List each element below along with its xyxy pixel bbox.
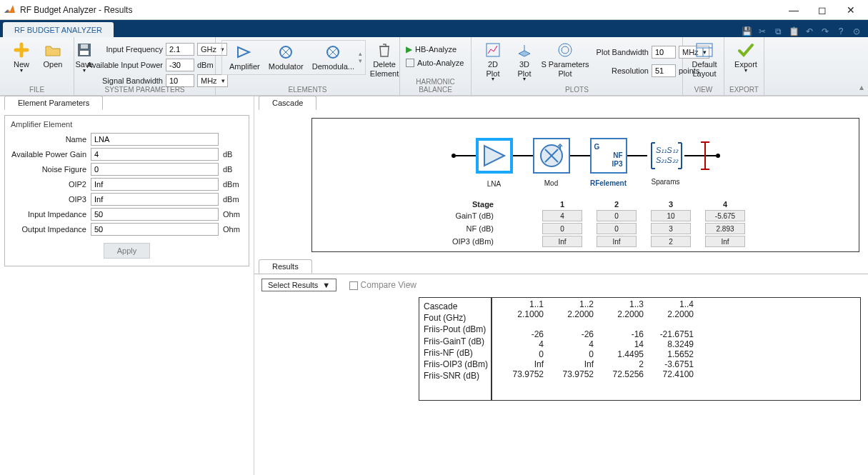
ribbon-tab-main[interactable]: RF BUDGET ANALYZER <box>3 22 114 37</box>
hb-analyze-button[interactable]: ▶ HB-Analyze <box>406 44 457 54</box>
zin-unit: Ohm <box>219 210 243 219</box>
group-elements: ELEMENTS <box>216 86 399 94</box>
oip3-field[interactable] <box>91 193 219 206</box>
sparam-icon <box>557 41 574 59</box>
demodulator-icon <box>324 44 341 61</box>
export-button[interactable]: Export▾ <box>730 40 762 72</box>
cell: Inf <box>547 359 597 369</box>
qat-cut-icon[interactable]: ✂ <box>757 26 768 37</box>
tab-cascade[interactable]: Cascade <box>259 96 316 110</box>
output-port <box>704 141 706 170</box>
panel-title: Amplifier Element <box>11 120 243 129</box>
cell: 0 <box>497 349 547 359</box>
signal-bw-label: Signal Bandwidth <box>80 76 163 85</box>
new-icon <box>13 41 30 59</box>
qat-undo-icon[interactable]: ↶ <box>804 26 815 37</box>
cell: 8.3249 <box>647 339 697 349</box>
stage-col: 4 <box>705 200 745 209</box>
nf-field[interactable] <box>91 163 219 176</box>
svg-rect-5 <box>487 44 499 56</box>
cell: 14 <box>597 339 647 349</box>
qat-paste-icon[interactable]: 📋 <box>788 26 799 37</box>
maximize-button[interactable]: ◻ <box>808 0 837 20</box>
cell: 73.9752 <box>547 369 597 379</box>
select-results-button[interactable]: Select Results▼ <box>261 279 336 291</box>
cell: 1.4495 <box>597 349 647 359</box>
resolution-field[interactable] <box>652 64 676 77</box>
gain-field[interactable] <box>91 148 219 161</box>
cell: 73.9752 <box>497 369 547 379</box>
collapse-ribbon-icon[interactable]: ▴ <box>859 82 864 92</box>
group-harmonic-balance: HARMONIC BALANCE <box>400 78 471 94</box>
col-header: 1..4 <box>647 299 697 309</box>
qat-save-icon[interactable]: 💾 <box>741 26 752 37</box>
cell: -26 <box>547 329 597 339</box>
avail-power-field[interactable] <box>166 59 194 71</box>
minimize-button[interactable]: — <box>779 0 808 20</box>
input-freq-label: Input Frequency <box>80 45 163 54</box>
node-lna[interactable]: LNA <box>476 138 513 174</box>
add-amplifier-button[interactable]: Amplifier <box>225 42 264 73</box>
row-header: Friis-SNR (dB) <box>424 370 491 381</box>
cell: 4 <box>542 210 582 221</box>
qat-copy-icon[interactable]: ⧉ <box>772 26 784 37</box>
svg-point-6 <box>559 44 572 56</box>
add-demodulator-button[interactable]: Demodula... <box>308 42 359 73</box>
cell: -21.6751 <box>647 329 697 339</box>
oip2-field[interactable] <box>91 178 219 191</box>
row-header: Friis-OIP3 (dBm) <box>424 359 491 370</box>
cell: -16 <box>597 329 647 339</box>
close-button[interactable]: ✕ <box>837 0 865 20</box>
tab-element-parameters[interactable]: Element Parameters <box>4 96 103 110</box>
cell: 2 <box>597 359 647 369</box>
cell: -5.675 <box>705 210 745 221</box>
plot-3d-button[interactable]: 3D Plot▾ <box>509 40 540 81</box>
node-rfelement[interactable]: GNFIP3 RFelement <box>590 138 627 174</box>
apply-button[interactable]: Apply <box>104 243 151 259</box>
layout-icon <box>696 41 713 59</box>
sparam-plot-button[interactable]: S Parameters Plot <box>540 40 590 79</box>
row-header: Friis-Pout (dBm) <box>424 324 491 335</box>
cascade-diagram[interactable]: LNA Mod GNFIP3 RFelement S₁₁S₁₂S₂₁S₂₂ <box>318 127 853 184</box>
folder-open-icon <box>44 41 61 59</box>
cell: 1.5652 <box>647 349 697 359</box>
oip3-row-label: OIP3 (dBm) <box>318 237 504 246</box>
group-system-parameters: SYSTEM PARAMETERS <box>74 86 215 94</box>
tab-results[interactable]: Results <box>259 259 312 274</box>
svg-text:S₁₁S₁₂: S₁₁S₁₂ <box>656 146 679 154</box>
add-modulator-button[interactable]: Modulator <box>264 42 308 73</box>
cell: Inf <box>542 236 582 247</box>
delete-element-button[interactable]: Delete Element <box>369 40 400 79</box>
plot-2d-button[interactable]: 2D Plot▾ <box>477 40 509 81</box>
input-freq-field[interactable] <box>166 43 194 56</box>
plot-2d-icon <box>484 41 502 59</box>
plot-bw-field[interactable] <box>652 46 676 59</box>
name-field[interactable] <box>91 133 219 146</box>
auto-analyze-checkbox[interactable]: Auto-Analyze <box>406 59 464 67</box>
node-mod[interactable]: Mod <box>533 138 570 174</box>
open-button[interactable]: Open <box>37 40 69 71</box>
node-label: RFelement <box>580 179 637 188</box>
cell: 10 <box>651 210 691 221</box>
cell: 0 <box>547 349 597 359</box>
compare-view-checkbox[interactable]: Compare View <box>349 280 416 290</box>
qat-redo-icon[interactable]: ↷ <box>819 26 831 37</box>
oip3-unit: dBm <box>219 195 243 204</box>
cell: 72.5256 <box>597 369 647 379</box>
svg-text:S₂₁S₂₂: S₂₁S₂₂ <box>656 156 679 164</box>
new-button[interactable]: New▾ <box>6 40 37 72</box>
group-plots: PLOTS <box>472 86 682 94</box>
cell: -26 <box>497 329 547 339</box>
col-header: 1..3 <box>597 299 647 309</box>
gaint-label: GainT (dB) <box>318 211 504 220</box>
qat-more-icon[interactable]: ⊙ <box>851 26 862 37</box>
default-layout-button[interactable]: Default Layout <box>689 40 720 79</box>
qat-help-icon[interactable]: ? <box>835 26 847 37</box>
cell: 2.2000 <box>597 309 647 319</box>
zin-field[interactable] <box>91 208 219 221</box>
zout-field[interactable] <box>91 223 219 236</box>
node-label: Sparams <box>637 178 694 186</box>
nf-unit: dB <box>219 165 243 174</box>
node-sparams[interactable]: S₁₁S₁₂S₂₁S₂₂ Sparams <box>647 138 684 174</box>
matlab-icon <box>3 4 16 16</box>
